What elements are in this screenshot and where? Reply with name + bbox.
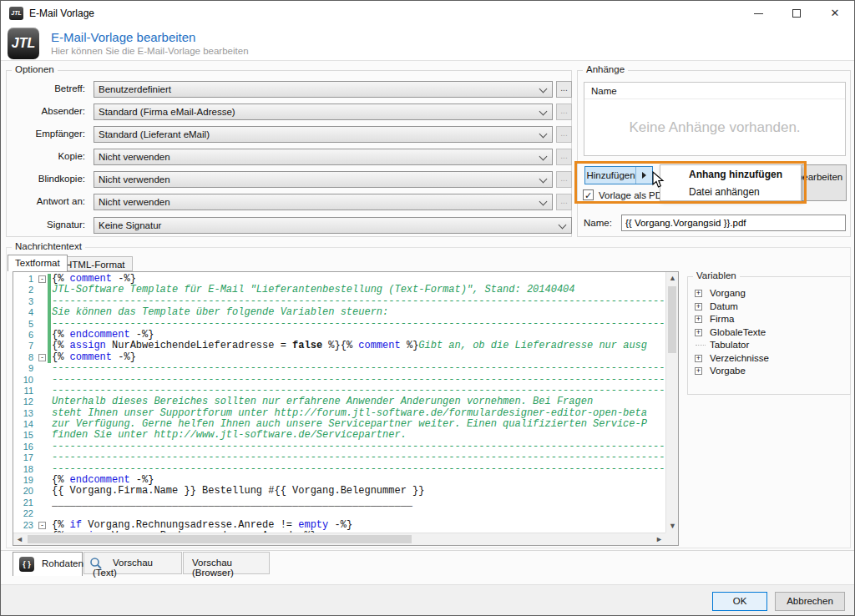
tree-item-label[interactable]: Tabulator <box>710 340 749 350</box>
fold-collapse-icon[interactable]: - <box>38 275 46 283</box>
option-row-antwort-an: Antwort an: Nicht verwenden ... <box>7 194 571 210</box>
tree-item-label[interactable]: Vorgabe <box>710 366 746 376</box>
close-button[interactable]: ✕ <box>816 1 854 26</box>
attachments-name-column[interactable]: Name <box>584 83 845 99</box>
antwort-an-combobox[interactable]: Nicht verwenden <box>94 194 553 210</box>
fold-margin[interactable]: - <box>37 520 52 531</box>
empfaenger-combobox[interactable]: Standard (Lieferant eMail) <box>94 126 553 143</box>
horizontal-scroll-thumb[interactable] <box>28 535 412 543</box>
tree-item-tabulator[interactable]: Tabulator <box>693 339 845 352</box>
fold-collapse-icon[interactable]: - <box>38 522 46 529</box>
line-number: 11 <box>13 386 37 396</box>
cancel-button[interactable]: Abbrechen <box>775 592 845 611</box>
minimize-button[interactable] <box>739 1 777 26</box>
editor-horizontal-scrollbar[interactable]: ◄ ► <box>13 533 665 545</box>
kopie-browse-button: ... <box>556 149 572 165</box>
code-text: ----------------------------------------… <box>52 386 665 396</box>
tab-rohdaten[interactable]: Rohdaten <box>13 552 83 576</box>
fold-margin <box>37 396 52 407</box>
scroll-left-icon[interactable]: ◄ <box>13 533 26 546</box>
variables-tree[interactable]: Vorgang Datum Firma GlobaleTexte Tabulat… <box>693 287 845 391</box>
tree-item-label[interactable]: Firma <box>710 314 734 324</box>
chevron-down-icon <box>539 108 548 116</box>
fold-margin <box>37 430 52 441</box>
betreff-browse-button[interactable]: ... <box>556 81 572 98</box>
tree-item-globaletexte[interactable]: GlobaleTexte <box>693 326 845 340</box>
kopie-combobox[interactable]: Nicht verwenden <box>94 149 553 165</box>
tree-item-label[interactable]: Datum <box>710 301 738 311</box>
tab-vorschau-text[interactable]: Vorschau (Text) <box>83 552 182 574</box>
ok-button[interactable]: OK <box>712 592 767 611</box>
expand-icon[interactable] <box>695 329 702 336</box>
empfaenger-value: Standard (Lieferant eMail) <box>99 129 210 139</box>
fold-margin <box>37 375 52 386</box>
absender-combobox[interactable]: Standard (Firma eMail-Adresse) <box>94 104 553 120</box>
tree-item-label[interactable]: GlobaleTexte <box>710 327 766 337</box>
menu-item-anhang-hinzufuegen[interactable]: Anhang hinzufügen <box>660 165 801 183</box>
tree-item-firma[interactable]: Firma <box>693 313 845 326</box>
editor-vertical-scrollbar[interactable]: ▲ ▼ <box>665 272 678 533</box>
code-text <box>52 508 665 519</box>
kopie-label: Kopie: <box>58 151 85 161</box>
code-line: 13steht Ihnen unser Supportforum unter h… <box>13 408 665 419</box>
tree-item-label[interactable]: Vorgang <box>710 288 746 298</box>
line-number: 22 <box>13 508 37 519</box>
code-line: 5---------------------------------------… <box>13 319 665 330</box>
line-number: 15 <box>13 430 37 441</box>
code-line: 19{% endcomment -%} <box>13 475 665 486</box>
line-number: 17 <box>13 452 37 463</box>
fold-margin <box>37 296 52 307</box>
fold-margin[interactable]: - <box>37 274 52 285</box>
tree-item-verzeichnisse[interactable]: Verzeichnisse <box>693 352 845 366</box>
expand-icon[interactable] <box>695 303 702 311</box>
scroll-up-icon[interactable]: ▲ <box>666 272 679 285</box>
template-code-editor[interactable]: 1-{% comment -%}2JTL-Software Template f… <box>13 271 679 546</box>
expand-icon[interactable] <box>695 355 702 362</box>
betreff-combobox[interactable]: Benutzerdefiniert <box>94 81 553 98</box>
code-line: 20{{ Vorgang.Firma.Name }} Bestellung #{… <box>13 486 665 497</box>
add-attachment-button[interactable]: Hinzufügen <box>584 166 653 184</box>
maximize-button[interactable] <box>777 1 816 26</box>
title-bar[interactable]: JTL E-Mail Vorlage ✕ <box>1 1 854 26</box>
menu-item-datei-anhaengen[interactable]: Datei anhängen <box>660 183 801 200</box>
fold-collapse-icon[interactable]: - <box>38 354 46 361</box>
line-number: 19 <box>13 475 37 486</box>
vertical-scroll-thumb[interactable] <box>668 286 676 353</box>
line-number: 13 <box>13 408 37 419</box>
fold-margin <box>37 386 52 396</box>
expand-icon[interactable] <box>695 290 702 297</box>
signatur-combobox[interactable]: Keine Signatur <box>94 217 572 234</box>
tree-item-label[interactable]: Verzeichnisse <box>710 353 769 363</box>
option-row-empfaenger: Empfänger: Standard (Lieferant eMail) ..… <box>7 126 571 143</box>
fold-margin <box>37 508 52 519</box>
fold-margin <box>37 475 52 486</box>
code-text: {% if Vorgang.Rechnungsadresse.Anrede !=… <box>52 520 665 531</box>
code-text: {{ Vorgang.Firma.Name }} Bestellung #{{ … <box>52 486 665 497</box>
tree-item-vorgang[interactable]: Vorgang <box>693 287 845 300</box>
tree-item-datum[interactable]: Datum <box>693 300 845 314</box>
tree-item-vorgabe[interactable]: Vorgabe <box>693 365 845 378</box>
scroll-down-icon[interactable]: ▼ <box>666 520 679 533</box>
fold-margin <box>37 486 52 497</box>
minimize-icon <box>754 13 763 14</box>
expand-icon[interactable] <box>695 367 702 375</box>
blindkopie-combobox[interactable]: Nicht verwenden <box>94 171 553 188</box>
expand-icon[interactable] <box>695 316 702 323</box>
tab-html-format[interactable]: HTML-Format <box>58 256 133 271</box>
tab-vorschau-browser[interactable]: Vorschau (Browser) <box>183 552 270 574</box>
scroll-right-icon[interactable]: ► <box>653 533 665 546</box>
code-lines[interactable]: 1-{% comment -%}2JTL-Software Template f… <box>13 274 665 533</box>
fold-margin[interactable]: - <box>37 352 52 363</box>
line-number: 8 <box>13 352 37 363</box>
tab-rohdaten-label: Rohdaten <box>42 558 83 568</box>
fold-margin <box>37 330 52 341</box>
attachments-list[interactable]: Name Keine Anhänge vorhanden. <box>584 82 846 156</box>
add-attachment-dropdown[interactable] <box>635 167 652 184</box>
option-row-absender: Absender: Standard (Firma eMail-Adresse)… <box>7 104 571 120</box>
line-number: 14 <box>13 419 37 430</box>
kopie-value: Nicht verwenden <box>99 152 170 162</box>
pdf-attach-checkbox[interactable]: ✓ <box>583 189 594 200</box>
empfaenger-label: Empfänger: <box>36 129 85 139</box>
attachment-name-input[interactable] <box>621 215 846 231</box>
tab-textformat[interactable]: Textformat <box>8 255 68 271</box>
